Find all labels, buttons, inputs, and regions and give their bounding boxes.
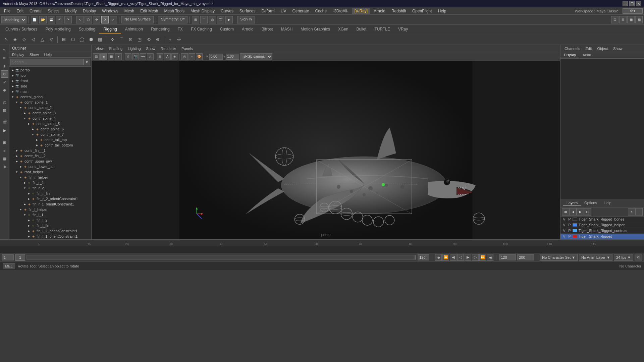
- new-scene-btn[interactable]: 📄: [31, 16, 38, 23]
- tab-options[interactable]: Options: [581, 200, 600, 206]
- anim-layer-dropdown[interactable]: No Anim Layer ▼: [579, 254, 612, 261]
- workspace-options-btn[interactable]: ⚙ ▾: [623, 8, 643, 14]
- menu-file[interactable]: File: [1, 8, 13, 14]
- outliner-show[interactable]: Show: [27, 52, 42, 57]
- range-max-field[interactable]: [517, 254, 534, 260]
- vp-scene-btn[interactable]: ◈: [171, 53, 178, 60]
- paint-tool[interactable]: ✏: [1, 54, 8, 62]
- vp-resolution-btn[interactable]: ⊞: [157, 53, 163, 60]
- end-frame-field[interactable]: [418, 254, 429, 260]
- channels-menu-show[interactable]: Show: [610, 46, 625, 51]
- vp-poly-info-btn[interactable]: △: [147, 53, 154, 60]
- vp-shaded-btn[interactable]: ■: [100, 53, 107, 60]
- tab-layers[interactable]: Layers: [563, 200, 581, 206]
- tab-poly-modeling[interactable]: Poly Modeling: [41, 25, 74, 34]
- step-back-btn[interactable]: ◀: [450, 254, 457, 261]
- prev-keyframe-btn[interactable]: ⏪: [442, 254, 449, 261]
- layers-add-btn[interactable]: +: [628, 208, 635, 216]
- panel-layout-3-btn[interactable]: ▦: [627, 16, 635, 23]
- subd-btn[interactable]: ⬢: [87, 36, 95, 44]
- color-profile-select[interactable]: sRGB gamma: [240, 53, 272, 60]
- uv-tool[interactable]: ▦: [1, 155, 8, 162]
- layers-remove-btn[interactable]: -: [635, 208, 643, 216]
- tree-item-spine4[interactable]: ▼ ◈ contr_spine_4: [9, 116, 91, 121]
- tree-item-fin-l2j[interactable]: ▶ ○ fin_l_2: [9, 218, 91, 223]
- outliner-search-input[interactable]: [10, 59, 84, 65]
- redo-btn[interactable]: ↷: [64, 16, 72, 23]
- tree-item-side[interactable]: ▶ 📷 side: [9, 83, 91, 89]
- tree-item-fin-r1-oc1[interactable]: ▶ ◈ fin_r_1_orientConstraint1: [9, 201, 91, 207]
- vp-light-btn[interactable]: ●: [115, 53, 122, 60]
- tree-item-fin-r2-oc1[interactable]: ▶ ◈ fin_r_2_orientConstraint1: [9, 196, 91, 201]
- rotate-btn[interactable]: ⟳: [101, 16, 109, 23]
- layers-end-btn[interactable]: ⏭: [584, 208, 591, 216]
- vp-menu-view[interactable]: View: [93, 46, 106, 51]
- save-btn[interactable]: 💾: [48, 16, 55, 23]
- character-set-dropdown[interactable]: No Character Set ▼: [540, 254, 578, 261]
- menu-display[interactable]: Display: [80, 8, 99, 14]
- tree-item-fin-l-helper[interactable]: ▼ ◈ fin_l_helper: [9, 207, 91, 212]
- tree-item-spine6[interactable]: ▶ ◈ contr_spine_6: [9, 126, 91, 132]
- tree-item-spine5[interactable]: ▶ ◈ contr_spine_5: [9, 121, 91, 126]
- tree-item-lower-jaw[interactable]: ▶ ◈ contr_lower_jan: [9, 164, 91, 169]
- quick-rig-btn[interactable]: ＋: [166, 36, 174, 44]
- outliner-help[interactable]: Help: [42, 52, 55, 57]
- vp-menu-lighting[interactable]: Lighting: [125, 46, 144, 51]
- tree-item-main[interactable]: ▶ 📷 main: [9, 89, 91, 94]
- menu-mesh[interactable]: Mesh: [122, 8, 137, 14]
- tab-curves-surfaces[interactable]: Curves / Surfaces: [1, 25, 41, 34]
- face-btn[interactable]: ◁: [29, 36, 37, 44]
- crease-tool[interactable]: ≡: [1, 147, 8, 154]
- tree-item-fin-l2-oc1[interactable]: ▶ ◈ fin_l_2_orientConstraint1: [9, 228, 91, 234]
- scale-btn[interactable]: ⤢: [110, 16, 117, 23]
- vp-joints-btn[interactable]: ○: [189, 53, 195, 60]
- symmetry-btn[interactable]: Symmetry: Off: [158, 16, 187, 23]
- menu-generate[interactable]: Generate: [289, 8, 312, 14]
- menu-windows[interactable]: Windows: [99, 8, 121, 14]
- scale-tool[interactable]: ⤢: [1, 78, 8, 86]
- menu-edit[interactable]: Edit: [14, 8, 26, 14]
- layer-row-rigged[interactable]: V P Tiger_Shark_Rigged: [560, 234, 644, 239]
- tab-mash[interactable]: MASH: [277, 25, 297, 34]
- snap-to-grid[interactable]: ⊹: [108, 36, 116, 44]
- menu-3dtall[interactable]: -3DtoAll-: [330, 8, 351, 14]
- undo-btn[interactable]: ↶: [56, 16, 63, 23]
- layer-row-controls[interactable]: V P Tiger_Shark_Rigged_controls: [560, 228, 644, 234]
- tree-item-fin-l2[interactable]: ▶ ◈ contr_fin_l_2: [9, 153, 91, 159]
- play-back-btn[interactable]: ◁: [457, 254, 464, 261]
- menu-cache[interactable]: Cache: [312, 8, 329, 14]
- mel-indicator[interactable]: MEL: [3, 263, 15, 269]
- obj-mode-btn[interactable]: ⊞: [60, 36, 68, 44]
- layer-row-helper[interactable]: V P Tiger_Shark_Rigged_helper: [560, 222, 644, 228]
- play-fwd-btn[interactable]: ▶: [465, 254, 471, 261]
- select-all-btn[interactable]: ◈: [11, 36, 19, 44]
- menu-arnold[interactable]: Arnold: [371, 8, 388, 14]
- menu-select[interactable]: Select: [45, 8, 61, 14]
- select-icon-btn[interactable]: ↖: [2, 36, 10, 44]
- vp-menu-shading[interactable]: Shading: [106, 46, 125, 51]
- exposure-field[interactable]: [209, 54, 223, 60]
- vp-color-btn[interactable]: 🎨: [196, 53, 203, 60]
- panel-layout-btn[interactable]: ⊡: [611, 16, 619, 23]
- lattice-btn[interactable]: ▦: [96, 36, 104, 44]
- custom-tool[interactable]: ⊕: [1, 86, 8, 94]
- tab-animation[interactable]: Animation: [121, 25, 147, 34]
- playback-options-btn[interactable]: ↺: [635, 254, 642, 261]
- tree-item-fin-l1[interactable]: ▶ ◈ contr_fin_l_1: [9, 148, 91, 153]
- restore-button[interactable]: ❐: [629, 1, 635, 6]
- select-tool[interactable]: ↖: [1, 46, 8, 54]
- layers-prev-btn[interactable]: ⏮: [562, 208, 569, 216]
- interactive-render-btn[interactable]: ▶: [225, 16, 233, 23]
- tab-bifrost[interactable]: Bifrost: [258, 25, 277, 34]
- snap-curve-btn[interactable]: ⌒: [200, 16, 208, 23]
- vp-grid-btn[interactable]: #: [125, 53, 131, 60]
- menu-mesh-display[interactable]: Mesh Display: [188, 8, 217, 14]
- menu-deform[interactable]: Deform: [259, 8, 277, 14]
- tree-item-fin-l1-oc1[interactable]: ▶ ◈ fin_l_1_orientConstraint1: [9, 234, 91, 239]
- menu-edit-mesh[interactable]: Edit Mesh: [138, 8, 161, 14]
- tab-arnold[interactable]: Arnold: [238, 25, 258, 34]
- vp-textured-btn[interactable]: ▦: [108, 53, 114, 60]
- menu-curves[interactable]: Curves: [218, 8, 236, 14]
- snap-grid-btn[interactable]: ⊞: [192, 16, 199, 23]
- xray-tool[interactable]: ◈: [1, 163, 8, 170]
